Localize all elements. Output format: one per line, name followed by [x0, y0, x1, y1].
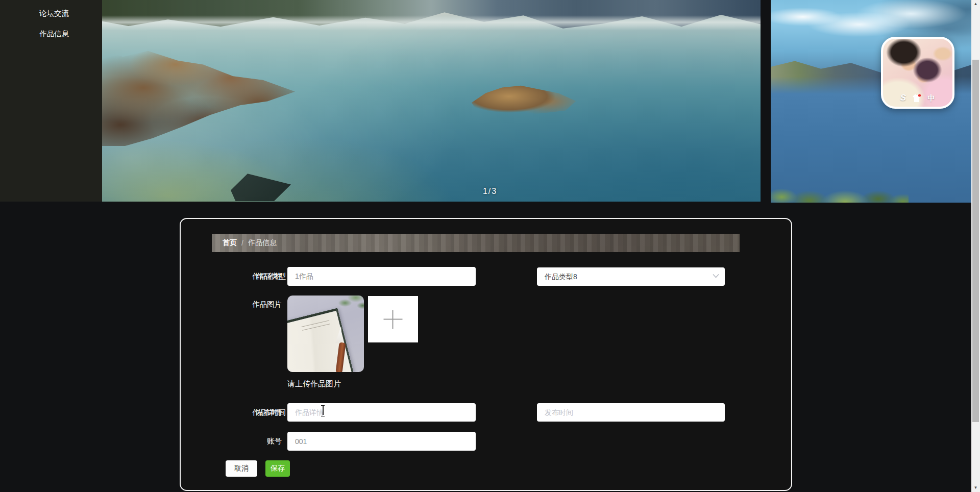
scrollbar[interactable]: [971, 0, 980, 492]
work-info-form-panel: 首页 / 作品信息 作品名称 作品类型 作品类型8 作品图片 请上传作品图片 作…: [180, 218, 792, 491]
work-type-select[interactable]: 作品类型8: [537, 267, 725, 286]
work-type-selected-value: 作品类型8: [545, 273, 577, 281]
work-detail-input[interactable]: [287, 403, 476, 422]
foliage-graphic: [771, 177, 909, 203]
mist-graphic: [102, 15, 761, 31]
account-input[interactable]: [287, 432, 476, 451]
publish-time-input[interactable]: [537, 403, 725, 422]
breadcrumb-current: 作品信息: [248, 238, 277, 248]
carousel-pagination: 1/3: [451, 187, 529, 196]
uploaded-work-image[interactable]: [287, 296, 364, 372]
top-section: 论坛交流 作品信息 1/3 S 中: [0, 0, 980, 203]
upload-hint-text: 请上传作品图片: [287, 379, 341, 389]
page: 论坛交流 作品信息 1/3 S 中: [0, 0, 980, 492]
scrollbar-thumb[interactable]: [972, 60, 979, 422]
account-label: 账号: [181, 432, 282, 451]
promo-logo-row: S 中: [883, 93, 952, 103]
plant-graphic: [334, 296, 364, 315]
sidebar-item-works[interactable]: 作品信息: [39, 28, 69, 40]
save-button[interactable]: 保存: [265, 460, 290, 477]
scroll-down-icon[interactable]: [971, 484, 980, 492]
carousel-slide-next: S 中: [771, 0, 971, 203]
work-type-label: 作品类型: [181, 267, 286, 286]
publish-time-label: 发布时间: [181, 403, 286, 422]
chevron-down-icon: [713, 274, 719, 278]
breadcrumb-separator: /: [241, 239, 243, 247]
carousel-slide-current: [102, 0, 761, 202]
scroll-up-icon[interactable]: [971, 0, 980, 8]
dark-rock-graphic: [231, 173, 291, 201]
promo-thumbnail: S 中: [881, 37, 954, 109]
sidebar-item-forum[interactable]: 论坛交流: [39, 7, 69, 19]
breadcrumb: 首页 / 作品信息: [212, 234, 740, 252]
breadcrumb-home-link[interactable]: 首页: [223, 238, 237, 248]
plus-icon: [384, 310, 403, 329]
tshirt-icon: [912, 94, 922, 103]
book-graphic: [287, 308, 354, 372]
promo-logo-zhong: 中: [927, 93, 935, 103]
shoreline-rocks-graphic: [102, 49, 332, 146]
upload-image-button[interactable]: [368, 296, 418, 342]
rock-islet-graphic: [464, 84, 582, 115]
work-image-label: 作品图片: [181, 298, 282, 310]
work-name-input[interactable]: [287, 267, 476, 286]
sidebar: 论坛交流 作品信息: [0, 0, 102, 202]
promo-logo-s: S: [900, 93, 906, 103]
cancel-button[interactable]: 取消: [226, 460, 257, 477]
